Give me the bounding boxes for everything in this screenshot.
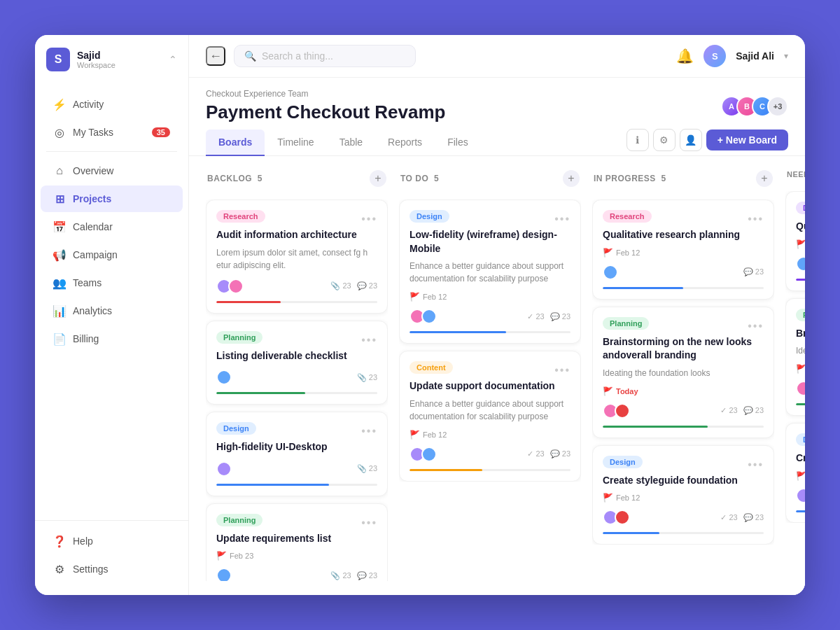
card-more-icon[interactable]: ••• [361,425,377,438]
nav-divider [46,151,177,152]
card-hifi[interactable]: Design ••• High-fidelity UI-Desktop 📎 23 [206,412,388,496]
sidebar-item-overview[interactable]: ⌂ Overview [41,158,183,184]
analytics-icon: 📊 [53,304,66,317]
comment-icon: 💬 23 [743,267,764,276]
card-nr-3[interactable]: Design ••• Create st... 🚩 Feb 12 [785,423,805,523]
card-date: 🚩 Feb 12 [796,239,805,249]
project-header-row: Checkout Experience Team Payment Checkou… [206,89,788,123]
card-nr-1[interactable]: Dev ••• Qualitativ... 🚩 Feb 12 [785,191,805,291]
tab-files[interactable]: Files [435,130,481,156]
sidebar-item-teams[interactable]: 👥 Teams [41,270,183,296]
card-qual-research[interactable]: Research ••• Qualitative research planni… [592,200,774,300]
card-progress [216,301,377,303]
sidebar-item-my-tasks[interactable]: ◎ My Tasks 35 [41,119,183,146]
column-title-inprogress: IN PROGRESS 5 [594,174,666,183]
user-avatar: S [704,45,726,67]
card-listing[interactable]: Planning ••• Listing deliverable checkli… [206,321,388,405]
sidebar-item-campaign[interactable]: 📢 Campaign [41,241,183,268]
card-meta: 🚩 Feb 12 [603,493,764,503]
add-card-inprogress[interactable]: + [756,170,773,187]
card-progress [603,287,764,289]
card-progress [216,484,377,486]
sidebar-item-billing[interactable]: 📄 Billing [41,326,183,352]
card-title: Low-fidelity (wireframe) design-Mobile [410,228,570,255]
user-settings-button[interactable]: 👤 [680,129,702,151]
card-more-icon[interactable]: ••• [748,320,764,332]
card-avatars [410,447,437,462]
info-button[interactable]: ℹ [626,129,649,151]
card-more-icon[interactable]: ••• [361,334,377,346]
card-requirements[interactable]: Planning ••• Update requirements list 🚩 … [206,503,388,581]
card-progress [796,403,805,405]
card-meta: 🚩 Feb 12 [410,430,570,440]
card-title: High-fidelity UI-Desktop [216,440,377,454]
tabs: Boards Timeline Table Reports Files [206,130,481,155]
add-card-todo[interactable]: + [563,170,580,187]
sidebar-item-projects[interactable]: ⊞ Projects [41,186,183,212]
card-nr-2[interactable]: Planning ••• Brainsto... Ideating the...… [785,298,805,416]
card-more-icon[interactable]: ••• [361,213,377,225]
card-docs[interactable]: Content ••• Update support documentation… [399,351,581,482]
card-tag: Content [410,361,453,374]
card-tag: Planning [603,317,649,330]
card-more-icon[interactable]: ••• [554,364,570,377]
workspace-chevron-icon[interactable]: ⌃ [169,54,177,65]
card-styleguide[interactable]: Design ••• Create styleguide foundation … [592,445,774,545]
sidebar-item-settings[interactable]: ⚙ Settings [41,556,183,582]
flag-icon: 🚩 [796,364,805,374]
card-meta: 🚩 Feb 12 [796,239,805,249]
card-more-icon[interactable]: ••• [748,458,764,471]
tab-timeline[interactable]: Timeline [265,130,326,156]
card-progress [410,331,570,333]
search-placeholder: Search a thing... [262,50,333,62]
sidebar-item-help[interactable]: ❓ Help [41,528,183,554]
tab-reports[interactable]: Reports [375,130,435,156]
sidebar-item-label: Activity [73,99,104,110]
card-more-icon[interactable]: ••• [748,213,764,225]
projects-icon: ⊞ [53,192,66,205]
attachment-icon: 📎 23 [357,464,377,473]
sidebar-footer: ❓ Help ⚙ Settings [35,520,188,595]
card-more-icon[interactable]: ••• [361,517,377,529]
card-stats: ✓ 23 💬 23 [527,312,570,321]
card-avatar [615,510,630,525]
column-todo: TO DO 5 + Design ••• Low-fidelity (wiref… [399,170,581,581]
workspace-sub: Workspace [77,61,162,69]
card-audit[interactable]: Research ••• Audit information architect… [206,200,388,314]
card-avatars [216,370,232,385]
card-avatars [603,510,630,525]
tab-boards[interactable]: Boards [206,130,265,156]
card-progress [603,532,764,534]
card-branding[interactable]: Planning ••• Brainstorming on the new lo… [592,307,774,438]
card-desc: Enhance a better guidance about support … [410,260,570,285]
teams-icon: 👥 [53,276,66,289]
column-header-inprogress: IN PROGRESS 5 + [592,170,774,192]
card-lofi[interactable]: Design ••• Low-fidelity (wireframe) desi… [399,200,581,344]
notification-icon[interactable]: 🔔 [676,48,694,64]
card-more-icon[interactable]: ••• [554,213,570,225]
new-board-button[interactable]: + New Board [706,130,788,150]
sidebar: S Sajid Workspace ⌃ ⚡ Activity ◎ My Task… [35,35,189,595]
attachment-icon: 📎 23 [330,571,351,580]
card-avatars [410,309,437,324]
sidebar-item-activity[interactable]: ⚡ Activity [41,91,183,118]
add-card-backlog[interactable]: + [370,170,386,187]
settings-button[interactable]: ⚙ [653,129,676,151]
activity-icon: ⚡ [53,98,66,111]
card-tag: Planning [216,514,262,526]
sidebar-item-calendar[interactable]: 📅 Calendar [41,214,183,240]
sidebar-item-label: Calendar [73,221,113,232]
card-bottom: ✓ 23 💬 23 [410,309,570,324]
sidebar-item-analytics[interactable]: 📊 Analytics [41,298,183,324]
user-chevron-icon[interactable]: ▾ [784,51,788,61]
card-header: Design ••• [216,422,377,440]
back-button[interactable]: ← [206,46,225,66]
tab-table[interactable]: Table [327,130,375,156]
card-avatar [216,568,232,581]
search-bar[interactable]: 🔍 Search a thing... [234,45,416,67]
card-title: Create styleguide foundation [603,474,764,488]
card-meta: 🚩 Feb 12 [410,292,570,302]
card-bottom: ✓ 23 💬 23 [410,447,570,462]
sidebar-item-label: Billing [73,333,99,344]
todo-cards: Design ••• Low-fidelity (wireframe) desi… [399,200,581,482]
